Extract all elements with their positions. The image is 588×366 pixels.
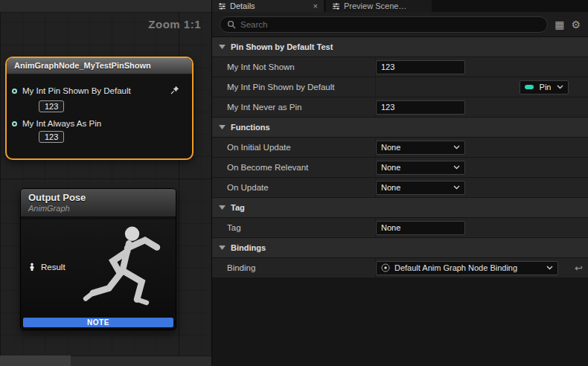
column-options-icon[interactable]: ▦	[555, 19, 564, 30]
anim-graph-canvas[interactable]: Zoom 1:1 AnimGraphNode_MyTestPinShown My…	[0, 0, 212, 366]
tab-preview-scene[interactable]: Preview Scene…	[326, 0, 432, 12]
details-panel: Details × Preview Scene…	[212, 0, 588, 366]
pin-row: My Int Always As Pin	[12, 119, 186, 128]
preview-tab-icon	[332, 2, 340, 10]
chevron-down-icon	[219, 125, 226, 129]
section-title: Tag	[231, 203, 245, 212]
pin-pill-icon	[525, 85, 534, 89]
node-body: My Int Pin Shown By Default 123 My Int A…	[7, 74, 192, 158]
dropdown-value: Pin	[540, 83, 552, 92]
my-int-never-as-pin-field[interactable]: 123	[376, 100, 465, 115]
pin-value-field[interactable]: 123	[39, 100, 64, 112]
search-icon	[227, 20, 236, 29]
property-label: Binding	[212, 258, 376, 277]
property-label: On Update	[212, 178, 376, 197]
result-pin-label: Result	[41, 263, 65, 272]
property-label: On Become Relevant	[212, 158, 376, 177]
node-header[interactable]: Output Pose AnimGraph	[21, 189, 176, 217]
details-tab-icon	[218, 2, 226, 10]
property-label: Tag	[212, 218, 376, 237]
chevron-down-icon	[453, 165, 460, 170]
mannequin-figure	[79, 221, 174, 325]
section-title: Functions	[231, 123, 270, 132]
my-int-not-shown-field[interactable]: 123	[376, 60, 465, 74]
dropdown-value: None	[381, 163, 400, 172]
search-box[interactable]	[220, 16, 548, 33]
node-title: AnimGraphNode_MyTestPinShown	[14, 61, 185, 70]
settings-gear-icon[interactable]: ⚙	[571, 19, 581, 30]
node-subtitle: AnimGraph	[28, 204, 168, 213]
chevron-down-icon	[219, 45, 226, 49]
section-title: Bindings	[231, 243, 266, 252]
tag-field[interactable]: None	[376, 221, 465, 235]
property-row: On Initial Update None	[212, 138, 588, 158]
chevron-down-icon	[546, 266, 553, 270]
property-label: On Initial Update	[212, 138, 376, 157]
dropdown-value: None	[381, 183, 400, 192]
graph-bottom-corner	[0, 356, 71, 366]
property-row: My Int Not Shown 123	[212, 57, 588, 77]
section-pin-shown-by-default-test[interactable]: Pin Shown by Default Test	[212, 37, 588, 57]
pin-label: My Int Always As Pin	[22, 119, 186, 128]
int-pin-icon[interactable]	[12, 89, 17, 94]
node-body: Result NOTE	[21, 219, 176, 330]
chevron-down-icon	[219, 205, 226, 210]
property-row: Tag None	[212, 218, 588, 238]
int-pin-icon[interactable]	[12, 121, 17, 126]
zoom-level-label: Zoom 1:1	[148, 18, 201, 30]
on-update-dropdown[interactable]: None	[376, 181, 465, 195]
property-label: My Int Not Shown	[212, 57, 376, 77]
pose-pin-icon	[28, 263, 36, 272]
thumbtack-pin-icon[interactable]	[170, 84, 179, 97]
tab-details[interactable]: Details ×	[212, 0, 324, 12]
section-tag[interactable]: Tag	[212, 198, 588, 218]
dropdown-value: None	[381, 143, 400, 152]
pin-label: My Int Pin Shown By Default	[22, 86, 165, 95]
property-row: My Int Pin Shown by Default Pin	[212, 77, 588, 97]
section-bindings[interactable]: Bindings	[212, 238, 588, 258]
graph-top-strip	[0, 0, 211, 13]
binding-icon	[381, 263, 390, 272]
reset-to-default-icon[interactable]: ↩	[575, 263, 583, 273]
anim-graph-test-node[interactable]: AnimGraphNode_MyTestPinShown My Int Pin …	[5, 57, 194, 160]
property-row: On Update None	[212, 178, 588, 198]
property-row: My Int Never as Pin 123	[212, 97, 588, 118]
on-become-relevant-dropdown[interactable]: None	[376, 161, 465, 175]
property-row: Binding Default Anim Graph Node Binding …	[212, 258, 588, 278]
dropdown-value: Default Anim Graph Node Binding	[394, 263, 542, 272]
property-list: Pin Shown by Default Test My Int Not Sho…	[212, 37, 588, 366]
close-icon[interactable]: ×	[313, 2, 318, 10]
section-title: Pin Shown by Default Test	[231, 42, 333, 51]
binding-dropdown[interactable]: Default Anim Graph Node Binding	[376, 261, 558, 275]
details-search-bar: ▦ ⚙	[212, 12, 588, 37]
pin-row: My Int Pin Shown By Default	[12, 84, 186, 97]
unreal-editor-window: Zoom 1:1 AnimGraphNode_MyTestPinShown My…	[0, 0, 588, 366]
node-title: Output Pose	[28, 192, 168, 203]
node-header[interactable]: AnimGraphNode_MyTestPinShown	[7, 58, 192, 74]
property-label: My Int Pin Shown by Default	[212, 77, 376, 97]
panel-tab-bar: Details × Preview Scene…	[212, 0, 588, 12]
chevron-down-icon	[453, 185, 460, 190]
tab-label: Preview Scene…	[344, 1, 406, 10]
chevron-down-icon	[557, 85, 563, 89]
chevron-down-icon	[219, 245, 226, 250]
result-pin[interactable]: Result	[28, 263, 65, 272]
property-label: My Int Never as Pin	[212, 97, 376, 117]
property-row: On Become Relevant None	[212, 158, 588, 178]
search-input[interactable]	[240, 20, 540, 29]
output-pose-node[interactable]: Output Pose AnimGraph	[20, 188, 176, 330]
chevron-down-icon	[453, 145, 460, 150]
on-initial-update-dropdown[interactable]: None	[376, 141, 465, 155]
pin-value-field[interactable]: 123	[39, 131, 64, 143]
pin-mode-dropdown[interactable]: Pin	[520, 80, 569, 94]
section-functions[interactable]: Functions	[212, 118, 588, 138]
tab-label: Details	[230, 1, 255, 10]
note-banner[interactable]: NOTE	[23, 318, 173, 327]
